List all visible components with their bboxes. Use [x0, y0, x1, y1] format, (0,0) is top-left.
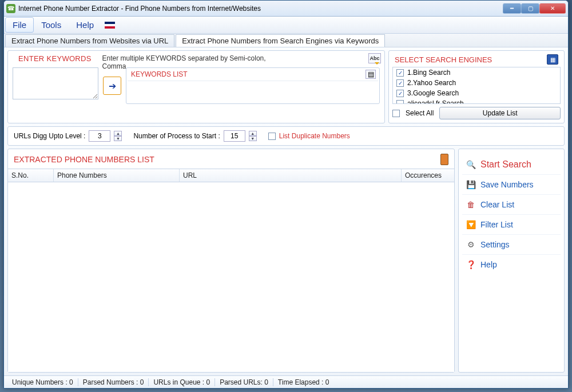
digg-level-spinner[interactable]: ▲▼	[114, 131, 122, 141]
search-icon: 🔍	[466, 159, 476, 170]
tab-extract-keywords[interactable]: Extract Phone Numbers from Search Engine…	[176, 34, 385, 47]
status-parsed-urls: Parsed URLs: 0	[215, 378, 273, 386]
filter-icon: 🔽	[466, 219, 476, 230]
app-icon: ☎	[6, 4, 15, 13]
window-maximize-button[interactable]: ▢	[521, 3, 539, 14]
clear-list-button[interactable]: 🗑 Clear List	[462, 195, 561, 215]
status-bar: Unique Numbers : 0 Parsed Numbers : 0 UR…	[4, 375, 568, 388]
content-area: ENTER KEYWORDS Enter multiple KEYWORDS s…	[4, 47, 568, 375]
title-bar[interactable]: ☎ Internet Phone Number Extractor - Find…	[4, 1, 568, 17]
search-engines-title: SELECT SEARCH ENGINES	[395, 55, 492, 64]
phone-icon	[440, 154, 448, 165]
list-item[interactable]: 3.Google Search	[393, 88, 560, 98]
checkbox-icon[interactable]	[396, 100, 404, 105]
results-grid-body[interactable]	[8, 182, 454, 372]
search-engines-panel: SELECT SEARCH ENGINES ▦ 1.Bing Search 2.…	[388, 50, 565, 123]
list-item[interactable]: 2.Yahoo Search	[393, 78, 560, 88]
list-item-label: aliceadsl.fr Search	[407, 99, 464, 104]
checkbox-icon[interactable]	[396, 79, 404, 87]
title-text: Internet Phone Number Extractor - Find P…	[18, 5, 503, 13]
results-title: EXTRACTED PHONE NUMBERS LIST	[14, 155, 154, 164]
update-list-button[interactable]: Update List	[439, 107, 561, 119]
search-engines-list[interactable]: 1.Bing Search 2.Yahoo Search 3.Google Se…	[392, 67, 561, 104]
list-duplicates-label: List Duplicate Numbers	[279, 132, 350, 140]
select-all-checkbox[interactable]	[392, 110, 400, 117]
filter-list-button[interactable]: 🔽 Filter List	[462, 215, 561, 235]
save-icon: 💾	[466, 179, 476, 190]
status-queue: URLs in Queue : 0	[149, 378, 215, 386]
checkbox-icon[interactable]	[396, 69, 404, 77]
clear-icon: 🗑	[466, 199, 476, 210]
results-grid-header: S.No. Phone Numbers URL Occurences	[8, 169, 454, 182]
start-search-button[interactable]: 🔍 Start Search	[462, 155, 561, 175]
keywords-list-options-icon[interactable]: ▤	[366, 70, 376, 79]
checkbox-icon[interactable]	[396, 90, 404, 97]
keywords-list-title: KEYWORDS LIST	[126, 68, 379, 81]
tab-strip: Extract Phone Numbers from Websites via …	[4, 34, 568, 47]
select-all-label: Select All	[406, 109, 434, 117]
col-sno[interactable]: S.No.	[8, 169, 54, 182]
process-count-spinner[interactable]: ▲▼	[249, 131, 257, 141]
digg-level-label: URLs Digg Upto Level :	[14, 132, 85, 140]
arrow-right-icon: ➔	[109, 81, 116, 91]
keywords-input[interactable]	[13, 67, 98, 99]
keywords-list[interactable]	[128, 81, 378, 103]
window-minimize-button[interactable]: ━	[503, 3, 521, 14]
status-time: Time Elapsed : 0	[273, 378, 334, 386]
actions-panel: 🔍 Start Search 💾 Save Numbers 🗑 Clear Li…	[458, 149, 565, 373]
status-unique: Unique Numbers : 0	[7, 378, 78, 386]
options-bar: URLs Digg Upto Level : ▲▼ Number of Proc…	[7, 126, 565, 146]
add-keyword-button[interactable]: ➔	[103, 77, 121, 95]
menu-file[interactable]: File	[5, 17, 34, 33]
menu-bar: File Tools Help	[4, 17, 568, 34]
spellcheck-button[interactable]: Abc	[368, 53, 381, 63]
help-button[interactable]: ❓ Help	[462, 255, 561, 274]
col-url[interactable]: URL	[180, 169, 402, 182]
list-item-label: 1.Bing Search	[407, 69, 450, 77]
search-engines-options-icon[interactable]: ▦	[547, 54, 558, 65]
list-duplicates-checkbox[interactable]	[268, 133, 276, 140]
keywords-panel: ENTER KEYWORDS Enter multiple KEYWORDS s…	[7, 50, 385, 123]
list-item-label: 2.Yahoo Search	[407, 79, 456, 87]
results-panel: EXTRACTED PHONE NUMBERS LIST S.No. Phone…	[7, 149, 455, 373]
save-numbers-button[interactable]: 💾 Save Numbers	[462, 175, 561, 195]
process-count-label: Number of Process to Start :	[133, 132, 220, 140]
tab-extract-url[interactable]: Extract Phone Numbers from Websites via …	[5, 34, 174, 47]
language-flag-icon[interactable]	[105, 22, 115, 29]
gear-icon: ⚙	[466, 239, 476, 250]
settings-button[interactable]: ⚙ Settings	[462, 235, 561, 255]
list-item[interactable]: 1.Bing Search	[393, 67, 560, 78]
menu-help[interactable]: Help	[69, 17, 101, 33]
keywords-list-panel: KEYWORDS LIST ▤	[126, 67, 380, 104]
window-close-button[interactable]: ✕	[539, 3, 566, 14]
list-item[interactable]: aliceadsl.fr Search	[393, 98, 560, 104]
process-count-input[interactable]	[224, 130, 245, 142]
app-window: ☎ Internet Phone Number Extractor - Find…	[3, 0, 569, 389]
help-icon: ❓	[466, 259, 476, 270]
status-parsed: Parsed Numbers : 0	[78, 378, 149, 386]
list-item-label: 3.Google Search	[407, 89, 459, 97]
col-occurrences[interactable]: Occurences	[402, 169, 454, 182]
menu-tools[interactable]: Tools	[34, 17, 69, 33]
col-phone-numbers[interactable]: Phone Numbers	[54, 169, 180, 182]
digg-level-input[interactable]	[89, 130, 110, 142]
